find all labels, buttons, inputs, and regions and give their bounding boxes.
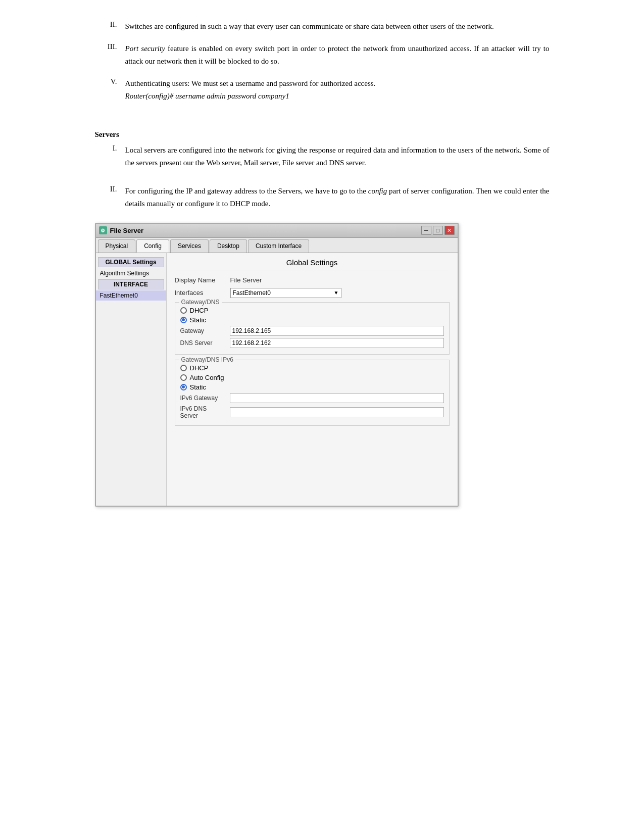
dhcp-ipv6-radio[interactable] <box>180 365 187 371</box>
text-iii-rest: feature is enabled on every switch port … <box>125 44 550 66</box>
select-arrow-icon: ▼ <box>334 290 339 296</box>
ipv6-dns-label: IPv6 DNS Server <box>180 405 226 419</box>
tab-desktop[interactable]: Desktop <box>210 239 247 253</box>
numeral-iii: III. <box>95 42 125 68</box>
dns-server-input-row: DNS Server 192.168.2.162 <box>180 338 444 348</box>
interfaces-value: FastEthernet0 <box>233 289 271 297</box>
autoconfig-radio[interactable] <box>180 374 187 381</box>
dhcp-ipv6-radio-row[interactable]: DHCP <box>180 364 444 372</box>
servers-numeral-ii: II. <box>95 185 125 211</box>
dhcp-radio-row[interactable]: DHCP <box>180 307 444 314</box>
list-item-ii: II. Switches are configured in such a wa… <box>95 20 550 33</box>
ipv6-gateway-input-row: IPv6 Gateway <box>180 393 444 403</box>
servers-heading: Servers <box>95 130 550 139</box>
servers-text-ii-before: For configuring the IP and gateway addre… <box>125 187 368 195</box>
gateway-value: 192.168.2.165 <box>232 327 271 334</box>
numeral-ii: II. <box>95 20 125 33</box>
italic-port-security: Port security <box>125 44 165 53</box>
display-name-label: Display Name <box>175 276 230 284</box>
gateway-input-row: Gateway 192.168.2.165 <box>180 326 444 336</box>
dns-server-label: DNS Server <box>180 339 226 347</box>
servers-item-ii: II. For configuring the IP and gateway a… <box>95 185 550 211</box>
gateway-label: Gateway <box>180 327 226 334</box>
ipv6-dns-input-row: IPv6 DNS Server <box>180 405 444 419</box>
file-server-window: ⚙ File Server ─ □ ✕ Physical Config Serv… <box>95 223 459 507</box>
window-title: File Server <box>110 227 144 234</box>
dhcp-ipv6-label: DHCP <box>190 364 209 372</box>
servers-text-i: Local servers are configured into the ne… <box>125 144 550 170</box>
document-content: II. Switches are configured in such a wa… <box>95 20 550 507</box>
text-v-italic: Router(config)# username admin password … <box>125 92 289 100</box>
tab-physical[interactable]: Physical <box>98 239 136 253</box>
numeral-v: V. <box>95 77 125 103</box>
sidebar-global-settings[interactable]: GLOBAL Settings <box>98 257 164 267</box>
static-ipv6-label: Static <box>190 383 207 391</box>
sidebar-interface-label[interactable]: INTERFACE <box>98 279 164 289</box>
interfaces-select[interactable]: FastEthernet0 ▼ <box>230 288 341 298</box>
window-titlebar: ⚙ File Server ─ □ ✕ <box>96 224 458 238</box>
window-icon: ⚙ <box>99 226 107 234</box>
autoconfig-radio-row[interactable]: Auto Config <box>180 374 444 381</box>
tab-config[interactable]: Config <box>136 239 169 253</box>
sidebar-global-label: GLOBAL Settings <box>103 259 160 266</box>
gateway-dns-label: Gateway/DNS <box>179 299 222 306</box>
static-radio[interactable] <box>180 317 187 323</box>
servers-text-ii-italic: config <box>368 187 387 195</box>
dns-server-value: 192.168.2.162 <box>232 339 271 347</box>
interfaces-row: Interfaces FastEthernet0 ▼ <box>175 288 450 298</box>
text-v: Authenticating users: We must set a user… <box>125 77 550 103</box>
autoconfig-label: Auto Config <box>190 374 224 381</box>
static-ipv6-radio-row[interactable]: Static <box>180 383 444 391</box>
text-ii: Switches are configured in such a way th… <box>125 20 550 33</box>
servers-numeral-i: I. <box>95 144 125 170</box>
ipv6-gateway-label: IPv6 Gateway <box>180 395 226 402</box>
minimize-button[interactable]: ─ <box>421 226 431 235</box>
gateway-dns-group: Gateway/DNS DHCP Static Gateway <box>175 302 450 355</box>
tab-services[interactable]: Services <box>170 239 209 253</box>
sidebar: GLOBAL Settings Algorithm Settings INTER… <box>96 253 167 506</box>
display-name-row: Display Name File Server <box>175 276 450 284</box>
dhcp-radio[interactable] <box>180 307 187 314</box>
maximize-button[interactable]: □ <box>433 226 443 235</box>
main-panel: Global Settings Display Name File Server… <box>167 253 458 506</box>
list-item-iii: III. Port security feature is enabled on… <box>95 42 550 68</box>
text-v-main: Authenticating users: We must set a user… <box>125 79 376 87</box>
servers-item-i: I. Local servers are configured into the… <box>95 144 550 170</box>
static-ipv6-radio[interactable] <box>180 384 187 390</box>
gateway-dns-ipv6-label: Gateway/DNS IPv6 <box>179 356 235 363</box>
static-radio-row[interactable]: Static <box>180 316 444 324</box>
window-wrap: ⚙ File Server ─ □ ✕ Physical Config Serv… <box>95 223 550 507</box>
interfaces-label: Interfaces <box>175 289 230 297</box>
list-item-v: V. Authenticating users: We must set a u… <box>95 77 550 103</box>
tab-bar: Physical Config Services Desktop Custom … <box>96 238 458 253</box>
static-label: Static <box>190 316 207 324</box>
sidebar-fastethernet0[interactable]: FastEthernet0 <box>96 290 166 301</box>
text-iii: Port security feature is enabled on ever… <box>125 42 550 68</box>
window-body: GLOBAL Settings Algorithm Settings INTER… <box>96 253 458 506</box>
panel-title: Global Settings <box>175 258 450 270</box>
gateway-dns-ipv6-group: Gateway/DNS IPv6 DHCP Auto Config Static <box>175 360 450 426</box>
dhcp-label: DHCP <box>190 307 209 314</box>
servers-text-ii: For configuring the IP and gateway addre… <box>125 185 550 211</box>
window-controls[interactable]: ─ □ ✕ <box>421 226 455 235</box>
display-name-value: File Server <box>230 276 262 284</box>
tab-custom-interface[interactable]: Custom Interface <box>248 239 309 253</box>
window-title-area: ⚙ File Server <box>99 226 144 234</box>
close-button[interactable]: ✕ <box>444 226 455 235</box>
sidebar-algorithm-settings[interactable]: Algorithm Settings <box>96 268 166 278</box>
